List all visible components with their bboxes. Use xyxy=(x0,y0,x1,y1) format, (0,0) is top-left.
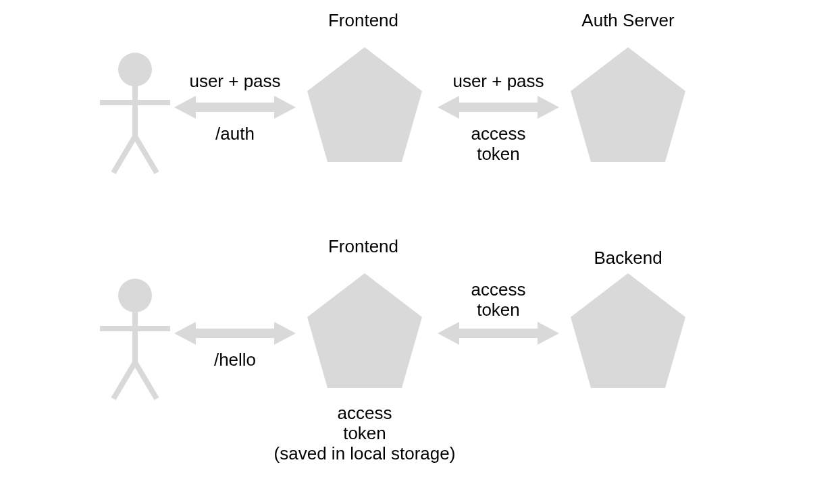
svg-marker-12 xyxy=(571,47,685,162)
svg-rect-22 xyxy=(454,329,542,338)
double-arrow-icon xyxy=(174,96,296,119)
double-arrow-icon xyxy=(174,322,296,345)
user-actor-icon xyxy=(100,53,170,173)
backend-title: Backend xyxy=(587,248,669,269)
frontend-title: Frontend xyxy=(323,237,404,257)
svg-marker-19 xyxy=(174,322,196,345)
svg-marker-7 xyxy=(274,96,296,119)
double-arrow-icon xyxy=(438,96,559,119)
frontend-title: Frontend xyxy=(323,11,404,31)
frontend-storage-note: access token (saved in local storage) xyxy=(263,403,466,464)
authserver-title: Auth Server xyxy=(577,11,679,31)
svg-rect-2 xyxy=(100,100,170,105)
svg-rect-9 xyxy=(454,103,542,112)
svg-marker-24 xyxy=(538,322,559,345)
svg-marker-21 xyxy=(307,273,422,388)
arrow-label-bottom: access token xyxy=(438,124,559,165)
svg-marker-6 xyxy=(174,96,196,119)
svg-rect-18 xyxy=(191,329,279,338)
arrow-label-top: access token xyxy=(438,280,559,320)
svg-line-3 xyxy=(113,136,135,173)
svg-marker-11 xyxy=(538,96,559,119)
svg-marker-20 xyxy=(274,322,296,345)
svg-point-0 xyxy=(118,53,152,86)
svg-line-17 xyxy=(135,362,157,399)
svg-marker-8 xyxy=(307,47,422,162)
backend-node-icon xyxy=(571,273,685,388)
arrow-label-bottom: /hello xyxy=(174,350,296,370)
svg-point-13 xyxy=(118,279,152,312)
svg-rect-1 xyxy=(132,85,138,138)
double-arrow-icon xyxy=(438,322,559,345)
svg-line-4 xyxy=(135,136,157,173)
svg-line-16 xyxy=(113,362,135,399)
svg-rect-5 xyxy=(191,103,279,112)
arrow-label-top: user + pass xyxy=(174,72,296,92)
svg-marker-10 xyxy=(438,96,459,119)
svg-rect-15 xyxy=(100,326,170,331)
frontend-node-icon xyxy=(307,273,422,388)
frontend-node-icon xyxy=(307,47,422,162)
svg-rect-14 xyxy=(132,311,138,364)
user-actor-icon xyxy=(100,279,170,399)
svg-marker-25 xyxy=(571,273,685,388)
arrow-label-top: user + pass xyxy=(438,72,559,92)
authserver-node-icon xyxy=(571,47,685,162)
arrow-label-bottom: /auth xyxy=(174,124,296,144)
svg-marker-23 xyxy=(438,322,459,345)
